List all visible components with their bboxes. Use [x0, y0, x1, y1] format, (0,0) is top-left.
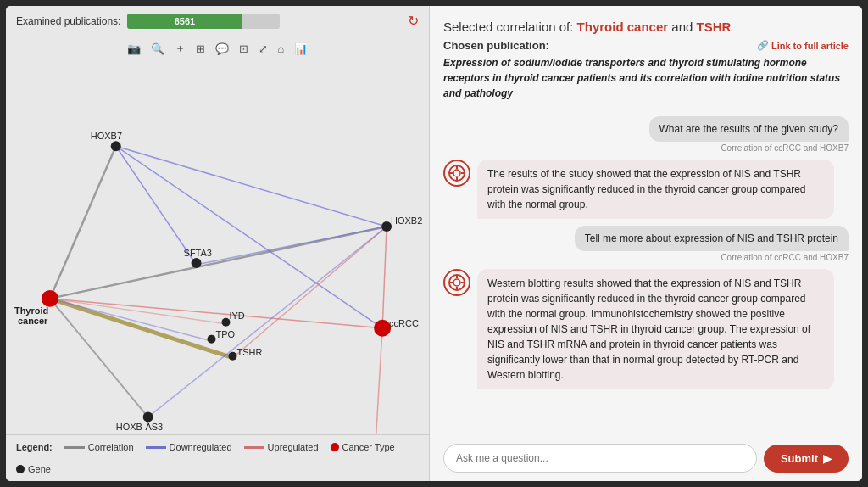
svg-line-8 [382, 227, 387, 328]
legend-gene: Gene [16, 464, 51, 474]
svg-point-27 [453, 170, 460, 176]
submit-label: Submit [781, 452, 818, 465]
bot-message-1: The results of the study showed that the… [443, 160, 849, 219]
legend-upregulated-label: Upregulated [268, 442, 319, 452]
node-hoxb7[interactable] [111, 141, 121, 151]
svg-line-0 [50, 146, 116, 299]
link-to-article[interactable]: 🔗 Link to full article [757, 40, 849, 51]
bot-message-2: Western blotting results showed that the… [443, 269, 849, 389]
legend-gene-label: Gene [28, 464, 51, 474]
bot-bubble-1: The results of the study showed that the… [477, 160, 834, 219]
svg-text:TSHR: TSHR [236, 347, 262, 357]
legend-label: Legend: [16, 442, 53, 452]
svg-text:HOXB-AS3: HOXB-AS3 [116, 422, 163, 432]
svg-line-13 [50, 299, 211, 341]
selected-prefix: Selected correlation of: [443, 20, 577, 34]
bot-icon-1 [443, 160, 470, 187]
bot-text-2: Western blotting results showed that the… [487, 277, 810, 381]
user-message-2: Tell me more about expression of NIS and… [443, 226, 849, 262]
network-graph: Thyroid cancer HOXB7 HOXB2 SFTA3 IYD TPO [6, 61, 429, 434]
grid-icon[interactable]: ⊞ [193, 41, 208, 57]
chart-icon[interactable]: 📊 [292, 41, 310, 57]
box-icon[interactable]: ⊡ [236, 41, 251, 57]
svg-line-1 [50, 227, 387, 299]
progress-value: 6561 [175, 16, 195, 26]
node-tpo[interactable] [208, 335, 216, 344]
selected-cancer: Thyroid cancer [577, 20, 669, 34]
comment-icon[interactable]: 💬 [213, 41, 231, 57]
add-icon[interactable]: ＋ [172, 39, 188, 58]
correlation-label-2: Correlation of ccRCC and HOXB7 [721, 253, 849, 262]
legend-bar: Legend: Correlation Downregulated Upregu… [6, 434, 429, 481]
svg-line-7 [50, 299, 233, 358]
right-header: Selected correlation of: Thyroid cancer … [443, 20, 849, 109]
user-bubble-1: What are the results of the given study? [649, 116, 849, 142]
selected-connector: and [671, 20, 696, 34]
legend-cancer-type-label: Cancer Type [342, 442, 395, 452]
submit-arrow-icon: ▶ [823, 452, 832, 465]
node-sfta3[interactable] [192, 258, 202, 268]
progress-bar: 6561 [127, 14, 280, 29]
user-bubble-2: Tell me more about expression of NIS and… [575, 226, 849, 251]
node-tshr[interactable] [228, 352, 236, 361]
legend-correlation-label: Correlation [88, 442, 134, 452]
top-bar: Examined publications: 6561 ↻ [6, 6, 429, 36]
selected-gene: TSHR [697, 20, 732, 34]
legend-upregulated: Upregulated [244, 442, 319, 452]
selected-correlation-title: Selected correlation of: Thyroid cancer … [443, 20, 849, 34]
progress-bar-fill: 6561 [127, 14, 242, 29]
legend-downregulated-label: Downregulated [170, 442, 232, 452]
correlation-label-1: Correlation of ccRCC and HOXB7 [721, 143, 849, 153]
right-panel: Selected correlation of: Thyroid cancer … [430, 6, 862, 481]
svg-text:HOXB7: HOXB7 [91, 131, 122, 141]
svg-text:cancer: cancer [18, 316, 48, 326]
left-panel: Examined publications: 6561 ↻ 📷 🔍 ＋ ⊞ 💬 … [6, 6, 430, 481]
home-icon[interactable]: ⌂ [275, 41, 287, 57]
legend-downregulated: Downregulated [146, 442, 232, 452]
submit-button[interactable]: Submit ▶ [764, 445, 849, 473]
bot-icon-2 [443, 269, 470, 296]
user-text-1: What are the results of the given study? [659, 123, 838, 135]
main-container: Examined publications: 6561 ↻ 📷 🔍 ＋ ⊞ 💬 … [6, 6, 862, 481]
node-ccrcc[interactable] [374, 320, 391, 337]
svg-line-3 [116, 146, 387, 227]
question-input[interactable] [443, 444, 757, 473]
graph-area: Thyroid cancer HOXB7 HOXB2 SFTA3 IYD TPO [6, 61, 429, 434]
examined-label: Examined publications: [16, 15, 120, 27]
svg-text:ccRCC: ccRCC [389, 318, 419, 328]
link-label: Link to full article [771, 41, 849, 51]
bot-text-1: The results of the study showed that the… [487, 168, 806, 210]
bot-bubble-2: Western blotting results showed that the… [477, 269, 834, 389]
link-icon: 🔗 [757, 40, 769, 51]
pub-title: Expression of sodium/iodide transporters… [443, 55, 849, 101]
legend-correlation: Correlation [64, 442, 134, 452]
user-text-2: Tell me more about expression of NIS and… [585, 232, 838, 244]
svg-line-10 [197, 227, 387, 265]
zoom-icon[interactable]: 🔍 [148, 41, 167, 57]
chosen-pub-bar: Chosen publication: 🔗 Link to full artic… [443, 39, 849, 52]
svg-line-4 [116, 146, 382, 328]
chat-area: What are the results of the given study?… [443, 116, 849, 435]
svg-text:IYD: IYD [229, 311, 244, 321]
user-message-1: What are the results of the given study?… [443, 116, 849, 153]
svg-text:HOXB2: HOXB2 [391, 216, 422, 226]
camera-icon[interactable]: 📷 [125, 41, 143, 57]
expand-icon[interactable]: ⤢ [256, 41, 270, 57]
svg-line-11 [232, 227, 387, 358]
svg-point-33 [453, 279, 460, 286]
graph-toolbar: 📷 🔍 ＋ ⊞ 💬 ⊡ ⤢ ⌂ 📊 [6, 36, 429, 61]
svg-line-9 [374, 328, 382, 434]
chosen-pub-label-text: Chosen publication: [443, 39, 549, 52]
legend-cancer-type: Cancer Type [331, 442, 395, 452]
svg-text:TPO: TPO [216, 329, 236, 339]
refresh-icon[interactable]: ↻ [408, 13, 419, 29]
svg-text:SFTA3: SFTA3 [184, 248, 212, 258]
input-bar: Submit ▶ [443, 444, 849, 473]
svg-text:Thyroid: Thyroid [14, 305, 48, 316]
